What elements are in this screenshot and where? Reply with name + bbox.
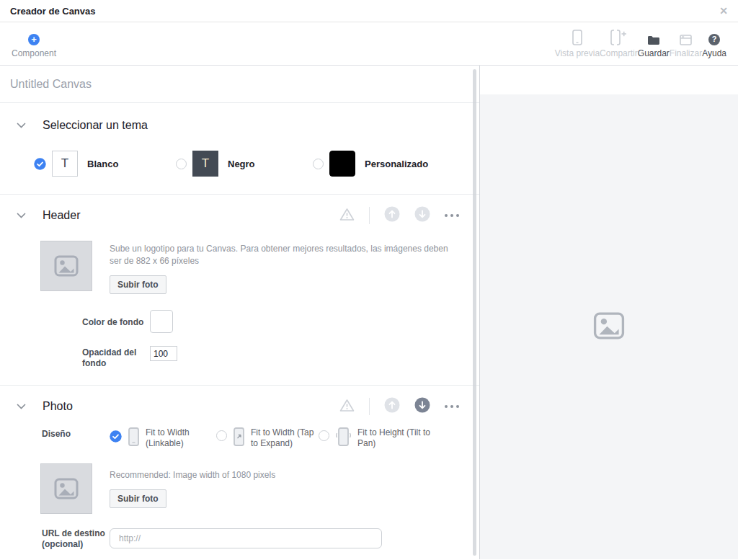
scrollbar-thumb[interactable] bbox=[473, 69, 476, 556]
more-options-icon[interactable] bbox=[445, 211, 459, 220]
add-component-button[interactable]: + Component bbox=[12, 30, 56, 58]
save-button[interactable]: Guardar bbox=[638, 30, 670, 58]
share-label: Compartir bbox=[600, 48, 638, 58]
upload-photo-button[interactable]: Subir foto bbox=[110, 275, 166, 294]
dialog-titlebar: Creador de Canvas ✕ bbox=[0, 0, 738, 22]
preview-label: Vista previa bbox=[555, 48, 600, 58]
chevron-down-icon[interactable] bbox=[17, 123, 26, 128]
warning-icon bbox=[339, 399, 355, 415]
phone-expand-icon bbox=[233, 427, 245, 449]
theme-option-label: Blanco bbox=[87, 159, 118, 169]
save-label: Guardar bbox=[638, 48, 670, 58]
radio-icon bbox=[176, 159, 187, 169]
header-section-title: Header bbox=[43, 209, 80, 222]
design-option-fit-height-tilt[interactable]: Fit to Height (Tilt to Pan) bbox=[319, 427, 432, 449]
bg-color-picker[interactable] bbox=[150, 310, 173, 333]
photo-recommendation: Recommended: Image width of 1080 pixels bbox=[110, 469, 275, 481]
theme-option-label: Negro bbox=[228, 159, 255, 169]
url-label: URL de destino (opcional) bbox=[42, 527, 110, 550]
preview-button[interactable]: Vista previa bbox=[555, 30, 600, 58]
header-section: Header bbox=[0, 195, 479, 386]
opacity-input[interactable] bbox=[150, 346, 177, 361]
phone-tilt-icon bbox=[335, 427, 352, 449]
theme-option-label: Personalizado bbox=[365, 159, 428, 169]
phone-share-icon bbox=[610, 30, 627, 45]
canvas-name-input[interactable] bbox=[0, 78, 454, 91]
header-description: Sube un logotipo para tu Canvas. Para ob… bbox=[110, 243, 448, 267]
canvas-name-row bbox=[0, 66, 479, 103]
move-down-icon[interactable] bbox=[414, 206, 430, 225]
header-image-placeholder[interactable] bbox=[40, 241, 92, 291]
opacity-label: Opacidad del fondo bbox=[82, 346, 150, 369]
finish-label: Finalizar bbox=[670, 48, 702, 58]
radio-icon bbox=[319, 430, 329, 441]
check-circle-icon bbox=[34, 158, 46, 170]
finish-button[interactable]: Finalizar bbox=[670, 30, 702, 58]
help-label: Ayuda bbox=[702, 48, 726, 58]
move-up-icon[interactable] bbox=[384, 206, 400, 225]
add-component-label: Component bbox=[12, 48, 56, 58]
design-option-label: Fit to Width (Linkable) bbox=[146, 427, 203, 449]
theme-swatch-black bbox=[329, 151, 355, 177]
preview-panel bbox=[480, 66, 738, 559]
destination-url-input[interactable] bbox=[110, 528, 382, 548]
close-icon[interactable]: ✕ bbox=[719, 6, 728, 16]
photo-section-title: Photo bbox=[43, 400, 73, 413]
design-option-label: Fit to Width (Tap to Expand) bbox=[251, 427, 319, 449]
photo-section: Photo Diseño bbox=[0, 386, 479, 559]
theme-swatch-dark: T bbox=[192, 151, 218, 177]
window-icon bbox=[680, 30, 692, 45]
chevron-down-icon[interactable] bbox=[17, 213, 26, 218]
help-button[interactable]: ? Ayuda bbox=[702, 30, 726, 58]
warning-icon bbox=[339, 208, 355, 224]
design-label: Diseño bbox=[42, 427, 110, 440]
plus-icon: + bbox=[28, 34, 40, 45]
design-option-label: Fit to Height (Tilt to Pan) bbox=[357, 427, 432, 449]
dialog-title: Creador de Canvas bbox=[10, 6, 96, 17]
phone-preview-icon bbox=[572, 30, 582, 45]
design-option-fit-width-linkable[interactable]: Fit to Width (Linkable) bbox=[110, 427, 216, 449]
image-icon bbox=[54, 478, 79, 499]
question-icon: ? bbox=[708, 34, 720, 45]
share-button[interactable]: Compartir bbox=[600, 30, 638, 58]
folder-icon bbox=[647, 30, 660, 45]
phone-icon bbox=[128, 427, 140, 449]
chevron-down-icon[interactable] bbox=[17, 404, 26, 409]
toolbar: + Component Vista previa Compartir Guard… bbox=[0, 22, 738, 66]
bg-color-label: Color de fondo bbox=[82, 316, 150, 328]
editor-panel: Seleccionar un tema T Blanco T Negro bbox=[0, 66, 480, 559]
theme-section-title: Seleccionar un tema bbox=[43, 119, 148, 132]
theme-option-personalizado[interactable]: Personalizado bbox=[313, 151, 428, 177]
divider bbox=[369, 398, 370, 415]
theme-option-blanco[interactable]: T Blanco bbox=[34, 151, 176, 177]
preview-header-area bbox=[480, 66, 738, 94]
theme-swatch-white: T bbox=[52, 151, 78, 177]
preview-image-icon bbox=[593, 311, 625, 343]
theme-option-negro[interactable]: T Negro bbox=[176, 151, 313, 177]
move-down-icon[interactable] bbox=[414, 397, 430, 416]
move-up-icon[interactable] bbox=[384, 397, 400, 416]
theme-section: Seleccionar un tema T Blanco T Negro bbox=[0, 103, 479, 195]
upload-photo-button[interactable]: Subir foto bbox=[110, 489, 166, 508]
divider bbox=[369, 207, 370, 224]
check-circle-icon bbox=[110, 430, 122, 445]
radio-icon bbox=[313, 159, 324, 169]
radio-icon bbox=[216, 430, 227, 441]
more-options-icon[interactable] bbox=[445, 402, 459, 411]
image-icon bbox=[54, 255, 79, 277]
design-option-fit-width-tap[interactable]: Fit to Width (Tap to Expand) bbox=[216, 427, 319, 449]
photo-image-placeholder[interactable] bbox=[40, 463, 92, 514]
